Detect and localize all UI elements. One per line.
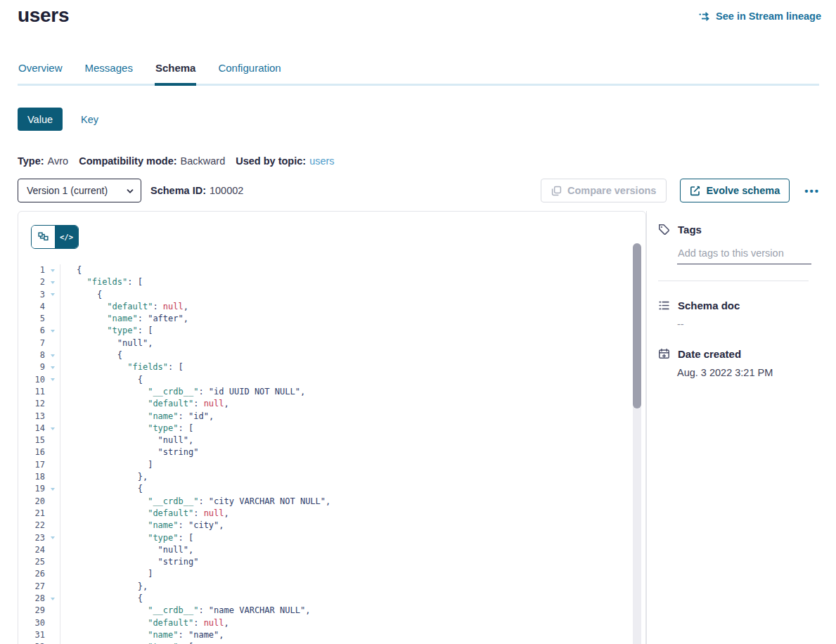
tab-configuration[interactable]: Configuration: [217, 62, 281, 84]
line-number: 28: [18, 593, 45, 605]
fold-spacer: [45, 301, 60, 313]
line-number: 29: [18, 605, 45, 617]
code-text: {: [60, 593, 143, 605]
schema-page: users See in Stream lineage OverviewMess…: [0, 0, 836, 644]
evolve-schema-label: Evolve schema: [706, 185, 780, 196]
fold-arrow-icon[interactable]: [45, 593, 60, 605]
line-number: 27: [18, 581, 45, 593]
type-label: Type:: [18, 155, 44, 167]
code-text: {: [60, 349, 122, 361]
code-text: "null",: [60, 544, 193, 556]
code-line: 4 "default": null,: [18, 301, 645, 313]
compatibility-pair: Compatibility mode: Backward: [79, 155, 225, 167]
line-number: 30: [18, 617, 45, 629]
line-number: 25: [18, 556, 45, 568]
schema-doc-heading: Schema doc: [678, 300, 740, 311]
editor-toolbar: </>: [18, 212, 645, 249]
fold-spacer: [45, 411, 60, 423]
line-number: 11: [18, 386, 45, 398]
line-number: 12: [18, 398, 45, 410]
code-text: "default": null,: [60, 398, 229, 410]
code-line: 6 "type": [: [18, 325, 645, 337]
edit-icon: [690, 186, 700, 196]
code-line: 14 "type": [: [18, 423, 645, 434]
line-number: 6: [18, 325, 45, 337]
code-line: 21 "default": null,: [18, 508, 645, 520]
fold-spacer: [45, 544, 60, 556]
code-line: 28 {: [18, 593, 645, 605]
code-line: 24 "null",: [18, 544, 645, 556]
sidebar-divider: [658, 281, 809, 281]
fold-spacer: [45, 508, 60, 520]
line-number: 32: [18, 641, 45, 644]
code-line: 17 ]: [18, 459, 645, 471]
version-select[interactable]: Version 1 (current): [18, 179, 141, 202]
add-tags-input[interactable]: [677, 247, 811, 264]
code-line: 18 },: [18, 471, 645, 483]
tab-schema[interactable]: Schema: [155, 62, 197, 86]
tags-heading-row: Tags: [658, 224, 819, 236]
code-line: 30 "default": null,: [18, 617, 645, 629]
schema-sidebar: Tags Schema doc --: [646, 211, 819, 644]
code-text: },: [60, 471, 148, 483]
line-number: 31: [18, 629, 45, 641]
schema-id-value: 100002: [210, 185, 243, 196]
view-toggle: </>: [31, 225, 79, 249]
fold-arrow-icon[interactable]: [45, 423, 60, 434]
editor-scrollbar-track[interactable]: [633, 243, 641, 644]
line-number: 23: [18, 532, 45, 544]
fold-arrow-icon[interactable]: [45, 374, 60, 386]
fold-arrow-icon[interactable]: [45, 276, 60, 288]
topic-link[interactable]: users: [309, 155, 334, 167]
code-text: "null",: [60, 434, 193, 446]
more-options-button[interactable]: •••: [803, 185, 821, 197]
fold-arrow-icon[interactable]: [45, 349, 60, 361]
code-text: "default": null,: [60, 301, 188, 313]
code-text: "type": [: [60, 641, 193, 644]
compare-versions-button[interactable]: Compare versions: [541, 179, 667, 202]
fold-arrow-icon[interactable]: [45, 289, 60, 301]
line-number: 19: [18, 483, 45, 495]
line-number: 7: [18, 337, 45, 349]
fold-spacer: [45, 313, 60, 325]
fold-arrow-icon[interactable]: [45, 641, 60, 644]
fold-arrow-icon[interactable]: [45, 483, 60, 495]
schema-actions: Compare versions Evolve schema •••: [541, 179, 821, 202]
tab-overview[interactable]: Overview: [18, 62, 63, 84]
version-select-wrap: Version 1 (current): [18, 179, 141, 202]
code-text: "__crdb__": "id UUID NOT NULL",: [60, 386, 305, 398]
code-view-icon: </>: [60, 233, 73, 241]
fold-spacer: [45, 459, 60, 471]
tags-heading: Tags: [678, 224, 702, 236]
editor-scrollbar-thumb[interactable]: [633, 243, 641, 408]
code-line: 23 "type": [: [18, 532, 645, 544]
code-line: 31 "name": "name",: [18, 629, 645, 641]
code-text: "__crdb__": "city VARCHAR NOT NULL",: [60, 496, 330, 508]
line-number: 8: [18, 349, 45, 361]
tab-messages[interactable]: Messages: [84, 62, 134, 84]
fold-spacer: [45, 386, 60, 398]
line-number: 4: [18, 301, 45, 313]
code-line: 19 {: [18, 483, 645, 495]
compare-icon: [551, 186, 562, 196]
fold-arrow-icon[interactable]: [45, 361, 60, 373]
fold-arrow-icon[interactable]: [45, 264, 60, 276]
see-in-stream-lineage-link[interactable]: See in Stream lineage: [698, 11, 821, 22]
fold-arrow-icon[interactable]: [45, 325, 60, 337]
line-number: 3: [18, 289, 45, 301]
line-number: 22: [18, 520, 45, 532]
code-line: 12 "default": null,: [18, 398, 645, 410]
schema-meta-row: Type: Avro Compatibility mode: Backward …: [18, 155, 335, 167]
evolve-schema-button[interactable]: Evolve schema: [680, 179, 790, 202]
code-line: 22 "name": "city",: [18, 520, 645, 532]
value-tab-button[interactable]: Value: [18, 108, 63, 131]
fold-arrow-icon[interactable]: [45, 532, 60, 544]
line-number: 18: [18, 471, 45, 483]
key-tab-button[interactable]: Key: [81, 114, 98, 125]
code-view-button[interactable]: </>: [55, 226, 78, 248]
code-text: "fields": [: [60, 276, 143, 288]
fold-spacer: [45, 496, 60, 508]
type-pair: Type: Avro: [18, 155, 68, 167]
date-created-value: Aug. 3 2022 3:21 PM: [677, 367, 819, 378]
tree-view-button[interactable]: [32, 226, 55, 248]
